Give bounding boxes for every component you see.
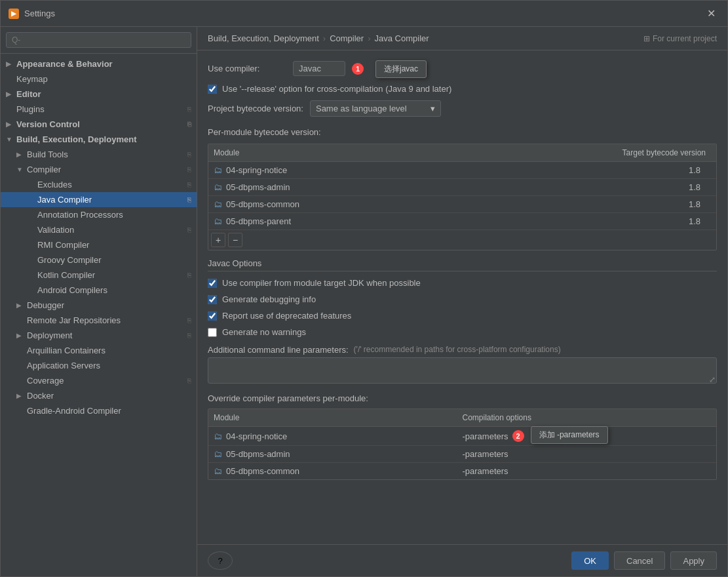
version-cell: 1.8 bbox=[593, 216, 711, 226]
cancel-button[interactable]: Cancel bbox=[614, 551, 665, 570]
content-area: Use compiler: 1 选择javac Use '--release' … bbox=[197, 50, 727, 544]
sidebar-item-label: Java Compiler bbox=[37, 195, 92, 205]
javac-option2-checkbox[interactable] bbox=[208, 295, 217, 304]
per-module-section: Per-module bytecode version: Module Targ… bbox=[208, 127, 717, 250]
table-row[interactable]: 🗂 04-spring-notice 1.8 bbox=[208, 162, 716, 179]
javac-option3-checkbox[interactable] bbox=[208, 311, 217, 321]
sidebar-item-label: Annotation Processors bbox=[37, 210, 123, 220]
sidebar-item-version-control[interactable]: ▶ Version Control ⎘ bbox=[1, 117, 197, 132]
breadcrumb-sep2: › bbox=[368, 33, 370, 43]
breadcrumb-sep1: › bbox=[323, 33, 326, 43]
sidebar-item-validation[interactable]: Validation ⎘ bbox=[1, 222, 197, 237]
sidebar-item-appearance[interactable]: ▶ Appearance & Behavior bbox=[1, 56, 197, 71]
params-hint: ('/' recommended in paths for cross-plat… bbox=[354, 345, 561, 354]
search-input[interactable] bbox=[6, 32, 191, 48]
copy-icon: ⎘ bbox=[187, 377, 191, 384]
javac-option1-row: Use compiler from module target JDK when… bbox=[208, 278, 717, 288]
override-module-name: 05-dbpms-common bbox=[226, 466, 299, 476]
copy-icon: ⎘ bbox=[187, 121, 191, 128]
sidebar-item-build-tools[interactable]: ▶ Build Tools ⎘ bbox=[1, 147, 197, 162]
add-params-tooltip: 添加 -parameters bbox=[531, 426, 608, 444]
sidebar-item-build[interactable]: ▼ Build, Execution, Deployment bbox=[1, 132, 197, 147]
arrow-icon: ▼ bbox=[16, 166, 24, 173]
sidebar-item-keymap[interactable]: Keymap bbox=[1, 71, 197, 87]
module-name: 05-dbpms-parent bbox=[226, 216, 291, 226]
cross-compilation-label: Use '--release' option for cross-compila… bbox=[222, 84, 451, 94]
project-icon: ⊞ bbox=[643, 34, 650, 43]
module-name: 05-dbpms-admin bbox=[226, 182, 290, 192]
remove-module-button[interactable]: − bbox=[228, 233, 242, 247]
sidebar-item-gradle-android[interactable]: Gradle-Android Compiler bbox=[1, 403, 197, 418]
table-row[interactable]: 🗂 05-dbpms-parent 1.8 bbox=[208, 213, 716, 230]
compiler-input[interactable] bbox=[293, 61, 345, 76]
module-name: 05-dbpms-common bbox=[226, 199, 299, 209]
copy-icon: ⎘ bbox=[187, 226, 191, 233]
override-options-value: -parameters bbox=[463, 431, 508, 441]
sidebar-item-coverage[interactable]: Coverage ⎘ bbox=[1, 373, 197, 388]
use-compiler-row: Use compiler: 1 选择javac bbox=[208, 61, 717, 76]
sidebar-item-kotlin[interactable]: Kotlin Compiler ⎘ bbox=[1, 268, 197, 283]
override-row[interactable]: 🗂 05-dbpms-admin -parameters bbox=[208, 446, 716, 463]
copy-icon: ⎘ bbox=[187, 166, 191, 173]
apply-button[interactable]: Apply bbox=[670, 551, 717, 570]
sidebar-item-editor[interactable]: ▶ Editor bbox=[1, 87, 197, 102]
version-cell: 1.8 bbox=[593, 199, 711, 209]
sidebar-item-label: Arquillian Containers bbox=[27, 346, 105, 355]
sidebar: ▶ Appearance & Behavior Keymap ▶ Editor … bbox=[1, 27, 197, 576]
module-cell: 🗂 05-dbpms-common bbox=[214, 199, 593, 209]
sidebar-item-label: Coverage bbox=[27, 376, 64, 386]
sidebar-item-plugins[interactable]: Plugins ⎘ bbox=[1, 102, 197, 117]
table-row[interactable]: 🗂 05-dbpms-admin 1.8 bbox=[208, 179, 716, 196]
sidebar-item-rmi[interactable]: RMI Compiler bbox=[1, 237, 197, 252]
table-row[interactable]: 🗂 05-dbpms-common 1.8 bbox=[208, 196, 716, 213]
sidebar-item-deployment[interactable]: ▶ Deployment ⎘ bbox=[1, 328, 197, 343]
bytecode-dropdown[interactable]: Same as language level ▾ bbox=[310, 100, 441, 117]
sidebar-item-compiler[interactable]: ▼ Compiler ⎘ bbox=[1, 162, 197, 177]
sidebar-item-annotation[interactable]: Annotation Processors bbox=[1, 207, 197, 222]
bytecode-value: Same as language level bbox=[316, 104, 407, 113]
sidebar-item-docker[interactable]: ▶ Docker bbox=[1, 388, 197, 403]
override-row[interactable]: 🗂 04-spring-notice -parameters 2 添加 -par… bbox=[208, 427, 716, 446]
sidebar-item-arquillian[interactable]: Arquillian Containers bbox=[1, 343, 197, 358]
cross-compilation-row: Use '--release' option for cross-compila… bbox=[208, 84, 717, 94]
sidebar-item-remote-jar[interactable]: Remote Jar Repositories ⎘ bbox=[1, 313, 197, 328]
ok-button[interactable]: OK bbox=[571, 551, 609, 570]
javac-option4-checkbox[interactable] bbox=[208, 328, 217, 337]
sidebar-item-android-compilers[interactable]: Android Compilers bbox=[1, 283, 197, 298]
dropdown-arrow-icon: ▾ bbox=[431, 104, 435, 113]
expand-button[interactable]: ⤢ bbox=[709, 375, 716, 384]
module-cell: 🗂 05-dbpms-parent bbox=[214, 216, 593, 226]
sidebar-item-debugger[interactable]: ▶ Debugger bbox=[1, 298, 197, 313]
cross-compilation-checkbox[interactable] bbox=[208, 85, 217, 94]
copy-icon: ⎘ bbox=[187, 317, 191, 324]
settings-dialog: ▶ Settings ✕ ▶ Appearance & Behavior Key… bbox=[0, 0, 728, 577]
search-box bbox=[1, 27, 197, 54]
override-options-cell: -parameters bbox=[463, 466, 712, 476]
add-module-button[interactable]: + bbox=[211, 233, 225, 247]
sidebar-item-groovy[interactable]: Groovy Compiler bbox=[1, 252, 197, 268]
sidebar-item-excludes[interactable]: Excludes ⎘ bbox=[1, 177, 197, 192]
help-button[interactable]: ? bbox=[208, 551, 233, 570]
copy-icon: ⎘ bbox=[187, 151, 191, 158]
javac-option1-checkbox[interactable] bbox=[208, 279, 217, 288]
version-cell: 1.8 bbox=[593, 165, 711, 175]
arrow-icon: ▼ bbox=[6, 136, 14, 143]
sidebar-item-label: Application Servers bbox=[27, 361, 100, 370]
folder-icon: 🗂 bbox=[214, 449, 222, 459]
sidebar-item-label: Build Tools bbox=[27, 149, 68, 159]
footer: ? OK Cancel Apply bbox=[197, 544, 727, 576]
arrow-icon: ▶ bbox=[6, 121, 14, 128]
sidebar-item-app-servers[interactable]: Application Servers bbox=[1, 358, 197, 373]
copy-icon: ⎘ bbox=[187, 196, 191, 203]
sidebar-item-label: Build, Execution, Deployment bbox=[16, 134, 136, 144]
override-row[interactable]: 🗂 05-dbpms-common -parameters bbox=[208, 463, 716, 479]
badge-2: 2 bbox=[512, 430, 524, 442]
copy-icon: ⎘ bbox=[187, 332, 191, 339]
close-button[interactable]: ✕ bbox=[703, 6, 719, 21]
title-bar: ▶ Settings ✕ bbox=[1, 1, 727, 27]
params-input[interactable] bbox=[208, 357, 717, 384]
copy-icon: ⎘ bbox=[187, 271, 191, 279]
folder-icon: 🗂 bbox=[214, 216, 222, 226]
sidebar-item-java-compiler[interactable]: Java Compiler ⎘ bbox=[1, 192, 197, 207]
javac-option3-row: Report use of deprecated features bbox=[208, 311, 717, 321]
